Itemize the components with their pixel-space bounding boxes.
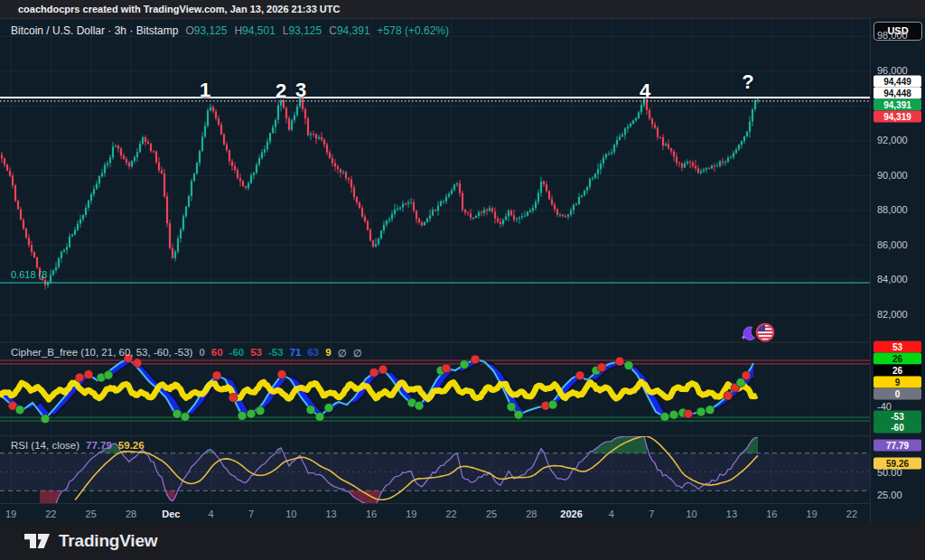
elliott-wave-label-2[interactable]: 2 [276, 81, 286, 101]
chart-pane[interactable] [0, 19, 870, 503]
price-badge-94,449: 94,449 [874, 76, 921, 88]
ohlc-high-value: 94,501 [242, 24, 276, 37]
cipher-badge-0: 0 [874, 388, 921, 400]
time-tick-16: 16 [766, 509, 777, 519]
ohlc-open-label: O [185, 24, 193, 37]
price-label-86,000: 86,000 [877, 239, 908, 250]
time-tick-7: 7 [248, 509, 254, 519]
price-label-92,000: 92,000 [877, 135, 908, 145]
tradingview-logo-icon[interactable] [23, 531, 51, 551]
elliott-wave-label-4[interactable]: 4 [640, 81, 650, 101]
rsi-status-value: 59.26 [118, 440, 145, 451]
time-tick-7: 7 [649, 509, 654, 519]
time-tick-10: 10 [285, 509, 296, 519]
tradingview-wordmark[interactable]: TradingView [59, 531, 157, 551]
rsi-guides [0, 453, 870, 491]
cipher-status-value: 71 [290, 347, 302, 359]
ohlc-open: O93,125 [185, 24, 227, 37]
price-label-84,000: 84,000 [877, 274, 908, 285]
price-label-96,000: 96,000 [877, 65, 908, 76]
time-tick-13: 13 [325, 509, 336, 519]
price-badge-94,448: 94,448 [874, 88, 921, 99]
time-tick-22: 22 [846, 509, 857, 519]
ohlc-high: H94,501 [234, 24, 275, 37]
elliott-wave-label-3[interactable]: 3 [295, 80, 306, 100]
cipher-status-value: 9 [325, 347, 331, 359]
tradingview-chart-window: coachdocprs created with TradingView.com… [0, 0, 925, 560]
ohlc-low-label: L [283, 24, 289, 37]
ohlc-close: C94,391 [329, 24, 369, 37]
cipher-status-value: 0 [199, 347, 204, 359]
cipher-status-value: ∅ [338, 347, 347, 359]
price-levels [0, 98, 870, 283]
price-label-90,000: 90,000 [877, 170, 908, 181]
rsi-scale-25.00: 25.00 [877, 490, 902, 500]
time-tick-25: 25 [486, 509, 497, 519]
time-tick-Dec: Dec [162, 509, 180, 519]
watermark-text: coachdocprs created with TradingView.com… [18, 4, 340, 14]
cipher-badge-9: 9 [874, 377, 921, 388]
time-tick-16: 16 [366, 509, 377, 519]
candlestick-series [1, 98, 759, 290]
ohlc-high-label: H [234, 24, 242, 37]
price-badge-94,391: 94,391 [874, 99, 921, 111]
ohlc-low-value: 93,125 [289, 24, 322, 37]
cipher-badge-26: 26 [874, 365, 921, 377]
cipher-status-value: -60 [229, 347, 245, 359]
ohlc-close-label: C [329, 24, 337, 37]
elliott-wave-label-?[interactable]: ? [742, 72, 753, 92]
time-tick-19: 19 [806, 509, 817, 519]
us-flag-icon[interactable] [755, 322, 775, 342]
price-label-98,000: 98,000 [877, 30, 908, 41]
chart-area[interactable]: Bitcoin / U.S. Dollar · 3h · Bitstamp O9… [0, 18, 870, 522]
cipher-status-value: -53 [268, 347, 284, 359]
rsi-status-value: 77.79 [86, 440, 112, 451]
cipher-status-value: 60 [211, 347, 223, 359]
cipher-indicator-title[interactable]: Cipher_B_free (10, 21, 60, 53, -60, -53)… [11, 347, 362, 359]
time-tick-22: 22 [45, 509, 56, 519]
time-tick-13: 13 [726, 509, 737, 519]
time-tick-4: 4 [209, 509, 214, 519]
time-tick-2026: 2026 [560, 509, 582, 519]
time-tick-19: 19 [5, 509, 16, 519]
grid-lines [0, 19, 870, 503]
price-label-82,000: 82,000 [877, 309, 908, 320]
symbol-info-row[interactable]: Bitcoin / U.S. Dollar · 3h · Bitstamp O9… [11, 24, 449, 37]
ohlc-open-value: 93,125 [194, 24, 228, 37]
rsi-indicator-title[interactable]: RSI (14, close) 77.7959.26 [11, 440, 145, 451]
cipher-status-value: 53 [250, 347, 262, 359]
ohlc-low: L93,125 [283, 24, 322, 37]
rsi-title-text[interactable]: RSI (14, close) [11, 440, 79, 451]
cipher-scale--40: -40 [877, 401, 892, 412]
time-tick-28: 28 [126, 509, 136, 519]
price-badge-94,319: 94,319 [874, 111, 921, 123]
price-change: +578 (+0.62%) [378, 24, 449, 37]
cipher-badge-26: 26 [874, 353, 921, 365]
watermark-bar: coachdocprs created with TradingView.com… [0, 0, 925, 18]
time-axis[interactable]: 19222528Dec47101316192225282026471013161… [0, 503, 870, 523]
ohlc-close-value: 94,391 [337, 24, 370, 37]
time-tick-28: 28 [526, 509, 537, 519]
price-axis[interactable]: USD 98,00096,00092,00090,00088,00086,000… [870, 18, 925, 522]
rsi-status-values: 77.7959.26 [86, 440, 145, 451]
cipher-status-value: 63 [307, 347, 319, 359]
price-label-88,000: 88,000 [877, 204, 908, 215]
time-tick-22: 22 [445, 509, 456, 519]
time-tick-19: 19 [406, 509, 416, 519]
fib-level-label[interactable]: 0.618 (8 [11, 269, 47, 280]
cipher-status-value: ∅ [353, 347, 362, 359]
rsi-badge-77.79: 77.79 [874, 440, 921, 452]
cipher-status-values: 060-6053-5371639∅∅ [199, 347, 361, 359]
cipher-badge-53: 53 [874, 341, 921, 353]
elliott-wave-label-1[interactable]: 1 [200, 80, 210, 100]
cipher-title-text[interactable]: Cipher_B_free (10, 21, 60, 53, -60, -53) [11, 347, 192, 359]
rsi-scale-50.00: 50.00 [877, 467, 902, 478]
time-tick-10: 10 [686, 509, 696, 519]
time-tick-4: 4 [609, 509, 614, 519]
symbol-title[interactable]: Bitcoin / U.S. Dollar · 3h · Bitstamp [11, 24, 178, 37]
cipher-badge--60: -60 [874, 422, 921, 434]
brand-bar: TradingView [0, 522, 925, 560]
time-tick-25: 25 [86, 509, 97, 519]
